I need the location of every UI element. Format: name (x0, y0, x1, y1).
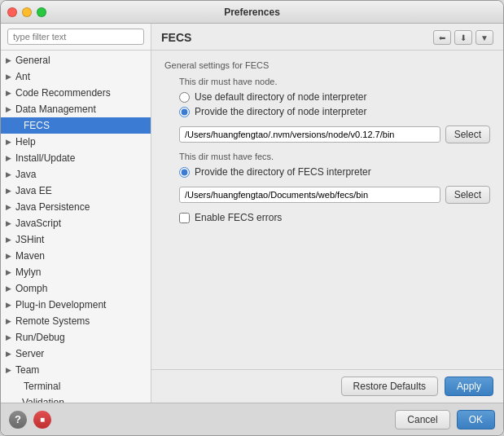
restore-defaults-button[interactable]: Restore Defaults (341, 377, 438, 396)
search-input[interactable] (7, 29, 144, 45)
sidebar-item-label: Plug-in Development (15, 299, 106, 310)
title-bar: Preferences (1, 1, 503, 24)
sidebar-item-java-persistence[interactable]: ▶ Java Persistence (1, 199, 151, 215)
sidebar-item-label: Java (15, 169, 36, 180)
main-panel: FECS ⬅ ⬇ ▼ General settings for FECS Th (151, 24, 503, 403)
sidebar-item-label: General (15, 55, 50, 66)
node-radio2-row: Provide the directory of node interprete… (179, 106, 490, 117)
node-provide-radio[interactable] (179, 107, 190, 117)
expand-arrow: ▶ (6, 333, 14, 341)
sidebar-item-mylyn[interactable]: ▶ Mylyn (1, 264, 151, 280)
sidebar-item-remote-systems[interactable]: ▶ Remote Systems (1, 313, 151, 329)
sidebar-item-label: Install/Update (15, 152, 75, 164)
help-icon: ? (15, 413, 21, 425)
sidebar-item-data-management[interactable]: ▶ Data Management (1, 101, 151, 117)
sidebar-item-fecs[interactable]: FECS (1, 117, 151, 134)
fecs-section-label: This dir must have fecs. (179, 152, 490, 161)
expand-arrow: ▶ (6, 252, 14, 260)
help-button[interactable]: ? (9, 411, 27, 429)
sidebar-item-label: Terminal (24, 381, 60, 392)
expand-arrow: ▶ (6, 268, 14, 276)
stop-icon: ■ (40, 415, 45, 424)
sidebar-item-install-update[interactable]: ▶ Install/Update (1, 150, 151, 166)
fecs-select-button[interactable]: Select (445, 186, 490, 204)
node-default-radio[interactable] (179, 92, 190, 103)
expand-arrow: ▶ (6, 219, 14, 227)
sidebar-item-oomph[interactable]: ▶ Oomph (1, 280, 151, 297)
forward-icon: ⬇ (460, 33, 467, 42)
expand-arrow: ▶ (6, 73, 14, 81)
sidebar-item-run-debug[interactable]: ▶ Run/Debug (1, 329, 151, 346)
maximize-button[interactable] (37, 7, 46, 17)
node-provide-label: Provide the directory of node interprete… (195, 106, 366, 117)
back-icon: ⬅ (439, 33, 445, 42)
sidebar-item-label: Code Recommenders (15, 87, 111, 99)
sidebar-item-label: Server (15, 348, 44, 359)
sidebar-item-label: Mylyn (15, 266, 41, 278)
sidebar-item-label: Maven (15, 250, 45, 262)
ok-button[interactable]: OK (457, 410, 495, 429)
panel-content: General settings for FECS This dir must … (151, 51, 503, 369)
sidebar-item-label: JSHint (15, 234, 44, 245)
cancel-button[interactable]: Cancel (395, 410, 449, 429)
sidebar-item-server[interactable]: ▶ Server (1, 346, 151, 362)
fecs-errors-checkbox[interactable] (179, 213, 190, 223)
node-default-label: Use default directory of node interprete… (195, 91, 366, 103)
expand-arrow: ▶ (6, 284, 14, 293)
expand-arrow: ▶ (6, 170, 14, 178)
sidebar-item-label: FECS (24, 120, 50, 131)
apply-button[interactable]: Apply (445, 377, 493, 396)
sidebar-item-label: Oomph (15, 283, 47, 294)
fecs-errors-row: Enable FECS errors (179, 212, 490, 223)
sidebar-item-maven[interactable]: ▶ Maven (1, 248, 151, 264)
fecs-radio-row: Provide the directory of FECS interprete… (179, 166, 490, 178)
search-box (1, 24, 151, 51)
fecs-path-row: Select (179, 186, 490, 204)
expand-arrow: ▶ (6, 89, 14, 97)
stop-button[interactable]: ■ (33, 411, 51, 429)
sidebar-item-label: JavaScript (15, 218, 61, 229)
panel-header: FECS ⬅ ⬇ ▼ (151, 24, 503, 51)
fecs-path-input[interactable] (179, 187, 440, 203)
sidebar-item-help[interactable]: ▶ Help (1, 134, 151, 150)
window-title: Preferences (224, 7, 280, 18)
sidebar-item-label: Ant (15, 71, 30, 82)
traffic-lights (7, 7, 46, 17)
expand-arrow: ▶ (6, 187, 14, 195)
node-select-button[interactable]: Select (445, 126, 490, 143)
sidebar-item-label: Data Management (15, 103, 96, 115)
sidebar-item-terminal[interactable]: Terminal (1, 378, 151, 394)
sidebar-item-java[interactable]: ▶ Java (1, 166, 151, 183)
fecs-errors-label: Enable FECS errors (195, 212, 282, 223)
node-section-label: This dir must have node. (179, 77, 490, 86)
bottom-buttons: Restore Defaults Apply (151, 369, 503, 403)
sidebar-item-jshint[interactable]: ▶ JSHint (1, 231, 151, 248)
chevron-down-icon: ▼ (480, 33, 489, 42)
node-path-input[interactable] (179, 126, 440, 143)
header-actions: ⬅ ⬇ ▼ (433, 30, 493, 45)
minimize-button[interactable] (22, 7, 32, 17)
sidebar: ▶ General ▶ Ant ▶ Code Recommenders ▶ Da… (1, 24, 151, 403)
sidebar-item-ant[interactable]: ▶ Ant (1, 68, 151, 85)
node-radio-group: Use default directory of node interprete… (164, 91, 490, 117)
expand-arrow: ▶ (6, 236, 14, 244)
dropdown-button[interactable]: ▼ (476, 30, 493, 45)
fecs-provide-radio[interactable] (179, 167, 190, 178)
sidebar-item-code-recommenders[interactable]: ▶ Code Recommenders (1, 85, 151, 101)
sidebar-item-label: Java EE (15, 185, 52, 196)
back-button[interactable]: ⬅ (433, 30, 451, 45)
sidebar-item-label: Remote Systems (15, 315, 90, 327)
close-button[interactable] (7, 7, 17, 17)
forward-button[interactable]: ⬇ (454, 30, 472, 45)
expand-arrow: ▶ (6, 350, 14, 358)
sidebar-item-validation[interactable]: Validation (1, 394, 151, 403)
sidebar-tree: ▶ General ▶ Ant ▶ Code Recommenders ▶ Da… (1, 51, 151, 403)
sidebar-item-java-ee[interactable]: ▶ Java EE (1, 183, 151, 199)
sidebar-item-general[interactable]: ▶ General (1, 52, 151, 68)
sidebar-item-javascript[interactable]: ▶ JavaScript (1, 215, 151, 231)
sidebar-item-plugin-development[interactable]: ▶ Plug-in Development (1, 297, 151, 313)
sidebar-item-team[interactable]: ▶ Team (1, 362, 151, 378)
expand-arrow: ▶ (6, 56, 14, 64)
expand-arrow: ▶ (6, 154, 14, 162)
expand-arrow: ▶ (6, 317, 14, 325)
